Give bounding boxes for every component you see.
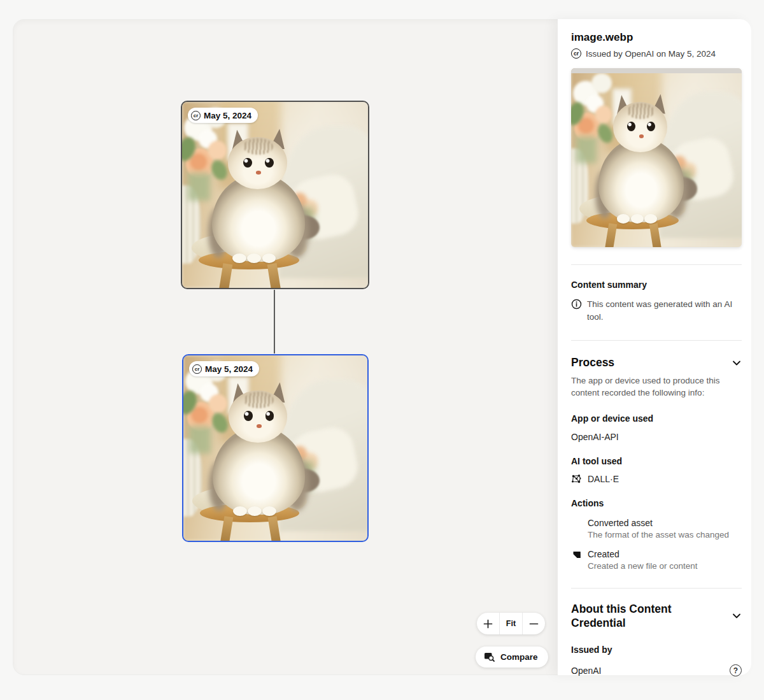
- credential-date-badge: cr May 5, 2024: [189, 361, 259, 376]
- compare-label: Compare: [500, 652, 538, 662]
- action-item: Converted asset The format of the asset …: [571, 518, 742, 539]
- divider: [571, 264, 742, 265]
- action-description: The format of the asset was changed: [588, 530, 742, 539]
- selected-asset-thumbnail: [571, 68, 742, 247]
- process-section-header[interactable]: Process: [571, 355, 742, 370]
- action-item: Created Created a new file or content: [571, 549, 742, 571]
- cat-photo: [182, 102, 368, 288]
- credential-date-badge: cr May 5, 2024: [188, 108, 258, 123]
- ai-tool-value: DALL·E: [588, 474, 619, 484]
- cat-photo: [571, 68, 742, 247]
- about-heading: About this Content Credential: [571, 602, 692, 631]
- badge-date: May 5, 2024: [204, 111, 251, 120]
- plus-icon: [483, 618, 493, 629]
- chevron-down-icon[interactable]: [732, 358, 742, 368]
- cat-photo: [183, 355, 367, 541]
- action-title: Converted asset: [588, 518, 742, 528]
- actions-label: Actions: [571, 498, 742, 508]
- question-icon[interactable]: ?: [730, 664, 742, 676]
- issuer-text: Issued by OpenAI on May 5, 2024: [586, 49, 716, 59]
- cr-icon: cr: [192, 364, 202, 374]
- zoom-out-button[interactable]: [522, 613, 545, 634]
- ai-tool-row: DALL·E: [571, 474, 742, 484]
- issued-by-value: OpenAI: [571, 666, 601, 676]
- zoom-controls: Fit: [477, 613, 545, 634]
- app-device-label: App or device used: [571, 413, 742, 424]
- asset-node-selected[interactable]: cr May 5, 2024: [182, 354, 369, 542]
- zoom-in-button[interactable]: [477, 613, 499, 634]
- issuer-line: cr Issued by OpenAI on May 5, 2024: [571, 48, 742, 59]
- about-section-header[interactable]: About this Content Credential: [571, 602, 742, 631]
- divider: [571, 340, 742, 341]
- content-summary-text: This content was generated with an AI to…: [587, 298, 739, 323]
- divider: [571, 588, 742, 589]
- file-title: image.webp: [571, 31, 742, 44]
- asset-node-parent[interactable]: cr May 5, 2024: [181, 101, 369, 289]
- ai-tool-label: AI tool used: [571, 456, 742, 466]
- chevron-down-icon[interactable]: [732, 611, 742, 621]
- process-heading: Process: [571, 355, 614, 370]
- connector-line: [274, 290, 275, 354]
- fit-label: Fit: [506, 619, 516, 628]
- action-title: Created: [588, 549, 698, 559]
- zoom-fit-button[interactable]: Fit: [499, 613, 522, 634]
- compare-button[interactable]: Compare: [476, 646, 548, 668]
- created-icon: [572, 550, 581, 559]
- action-description: Created a new file or content: [588, 561, 698, 571]
- thumbnail-crop-strip: [571, 68, 742, 73]
- dalle-icon: [571, 474, 582, 484]
- process-description: The app or device used to produce this c…: [571, 375, 732, 399]
- issued-by-row: OpenAI ?: [571, 664, 742, 676]
- minus-icon: [528, 618, 539, 629]
- content-summary-heading: Content summary: [571, 280, 742, 290]
- cr-icon: cr: [191, 111, 201, 120]
- app-device-value: OpenAI-API: [571, 432, 742, 442]
- compare-icon: [484, 652, 495, 662]
- issued-by-label: Issued by: [571, 645, 742, 655]
- badge-date: May 5, 2024: [205, 364, 253, 374]
- content-summary-row: This content was generated with an AI to…: [571, 298, 742, 323]
- details-panel: image.webp cr Issued by OpenAI on May 5,…: [558, 19, 751, 675]
- info-icon: [571, 299, 582, 310]
- cr-icon: cr: [571, 48, 581, 59]
